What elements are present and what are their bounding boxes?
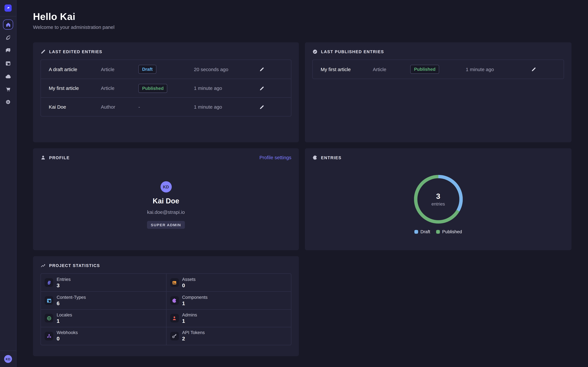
home-icon: [5, 22, 11, 27]
user-avatar[interactable]: KD: [4, 355, 12, 363]
sidebar-user-area: KD: [0, 350, 16, 367]
sidebar-item-deploy[interactable]: [3, 71, 13, 81]
entry-time: 1 minute ago: [194, 104, 257, 110]
role-badge: SUPER ADMIN: [147, 221, 185, 229]
stat-label: Content-Types: [57, 295, 86, 300]
stat-locales: Locales 1: [41, 309, 166, 327]
entry-status: Published: [410, 65, 466, 74]
stat-label: Entries: [57, 277, 71, 282]
layout-icon: [5, 60, 11, 66]
stat-label: Webhooks: [57, 330, 78, 336]
entry-time: 1 minute ago: [194, 85, 257, 91]
chart-legend: Draft Published: [305, 229, 571, 234]
table-row[interactable]: My first article Article Published 1 min…: [313, 60, 564, 79]
edit-entry-button[interactable]: [529, 64, 538, 74]
status-badge: Published: [138, 84, 167, 93]
stat-value: 1: [57, 318, 72, 324]
legend-label: Published: [442, 229, 462, 234]
legend-item-draft: Draft: [414, 229, 430, 234]
last-published-entries-card: LAST PUBLISHED ENTRIES My first article …: [305, 42, 571, 142]
profile-card: PROFILE Profile settings KD Kai Doe kai.…: [33, 148, 299, 250]
profile-header: PROFILE: [33, 148, 299, 160]
page-subtitle: Welcome to your administration panel: [33, 24, 571, 31]
webhook-icon: [45, 332, 53, 340]
edit-entry-button[interactable]: [257, 83, 267, 93]
pencil-icon: [41, 49, 46, 54]
stat-value: 1: [182, 318, 197, 324]
cloud-icon: [5, 73, 11, 79]
entry-name: My first article: [321, 67, 373, 72]
status-badge: Draft: [138, 65, 156, 74]
sidebar-item-media-library[interactable]: [3, 45, 13, 55]
last-edited-header: LAST EDITED ENTRIES: [33, 42, 299, 54]
table-row[interactable]: My first article Article Published 1 min…: [41, 79, 291, 97]
puzzle-icon: [312, 155, 318, 160]
status-badge: Published: [410, 65, 439, 74]
stat-webhooks: Webhooks 0: [41, 327, 166, 345]
profile-avatar: KD: [160, 181, 172, 192]
profile-title: PROFILE: [49, 155, 70, 160]
images-icon: [5, 48, 11, 53]
entry-status: Published: [138, 84, 194, 93]
draft-swatch: [414, 230, 418, 234]
project-statistics-card: PROJECT STATISTICS Entries: [33, 256, 299, 356]
user-icon: [41, 155, 46, 160]
widgets-grid: LAST EDITED ENTRIES A draft article Arti…: [33, 42, 571, 356]
documents-icon: [45, 278, 53, 287]
profile-email: kai.doe@strapi.io: [147, 209, 185, 216]
stat-value: 6: [57, 300, 86, 307]
pencil-icon: [259, 104, 264, 109]
stat-value: 1: [182, 300, 208, 307]
stat-label: API Tokens: [182, 330, 205, 336]
globe-icon: [45, 314, 53, 323]
sidebar-logo-area: [0, 0, 16, 17]
profile-body: KD Kai Doe kai.doe@strapi.io SUPER ADMIN: [33, 160, 299, 229]
last-published-table: My first article Article Published 1 min…: [312, 59, 564, 79]
entry-type: Article: [101, 67, 138, 72]
strapi-logo[interactable]: [5, 5, 12, 12]
stat-label: Assets: [182, 277, 196, 282]
sidebar-item-marketplace[interactable]: [3, 84, 13, 94]
cart-icon: [5, 86, 11, 92]
sidebar-item-home[interactable]: [3, 19, 13, 30]
sidebar-item-content-type-builder[interactable]: [3, 58, 13, 68]
edit-entry-button[interactable]: [257, 102, 267, 112]
entry-name: Kai Doe: [49, 104, 101, 110]
table-row[interactable]: A draft article Article Draft 20 seconds…: [41, 60, 291, 79]
feather-icon: [5, 34, 11, 40]
entries-title: ENTRIES: [321, 155, 342, 160]
legend-label: Draft: [420, 229, 430, 234]
profile-settings-link[interactable]: Profile settings: [259, 155, 291, 161]
entries-header: ENTRIES: [305, 148, 571, 160]
project-statistics-title: PROJECT STATISTICS: [49, 263, 100, 268]
entry-status: -: [138, 104, 194, 110]
stat-value: 0: [57, 336, 78, 342]
stats-table: Entries 3 Assets: [41, 273, 291, 345]
stat-label: Admins: [182, 312, 197, 318]
person-icon: [170, 314, 179, 323]
key-icon: [170, 332, 179, 340]
entries-unit: entries: [431, 201, 445, 207]
entry-time: 20 seconds ago: [194, 67, 257, 72]
edit-entry-button[interactable]: [257, 64, 267, 74]
stat-admins: Admins 1: [166, 309, 291, 327]
sidebar: KD: [0, 0, 17, 367]
sidebar-item-settings[interactable]: [3, 97, 13, 107]
project-statistics-header: PROJECT STATISTICS: [33, 256, 299, 268]
stat-value: 2: [182, 336, 205, 342]
page-title: Hello Kai: [33, 10, 571, 22]
last-published-header: LAST PUBLISHED ENTRIES: [305, 42, 571, 54]
entry-type: Article: [373, 67, 410, 72]
stat-label: Components: [182, 295, 208, 300]
stat-components: Components 1: [166, 292, 291, 309]
entry-type: Author: [101, 104, 138, 110]
table-row[interactable]: Kai Doe Author - 1 minute ago: [41, 97, 291, 116]
sidebar-item-content-manager[interactable]: [3, 33, 13, 42]
entry-name: A draft article: [49, 67, 101, 72]
profile-name: Kai Doe: [153, 197, 179, 206]
check-circle-icon: [312, 49, 318, 54]
entries-donut-chart: 3 entries: [414, 175, 463, 224]
image-icon: [170, 278, 179, 287]
legend-item-published: Published: [436, 229, 462, 234]
entry-name: My first article: [49, 85, 101, 91]
